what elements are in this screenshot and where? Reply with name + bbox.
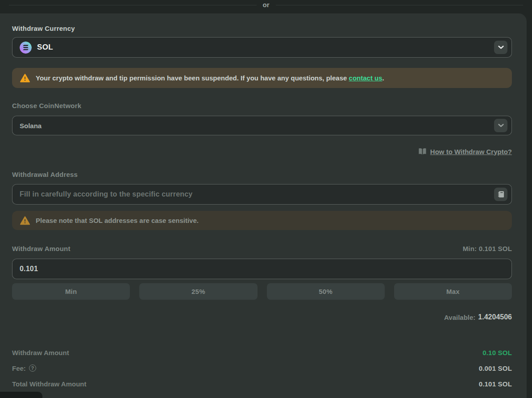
withdrawal-address-label: Withdrawal Address <box>12 171 512 178</box>
summary-row-fee: Fee: ? 0.001 SOL <box>12 364 512 372</box>
quick-amount-max-button[interactable]: Max <box>394 283 512 300</box>
address-input-wrap <box>12 184 512 205</box>
selected-network: Solana <box>20 122 42 130</box>
warning-icon <box>20 74 30 83</box>
address-book-icon <box>498 191 504 198</box>
warning-icon-dim <box>20 216 30 225</box>
withdrawal-address-input[interactable] <box>20 184 508 204</box>
choose-network-label: Choose CoinNetwork <box>12 102 512 109</box>
contact-us-link[interactable]: contact us <box>349 74 382 82</box>
withdraw-amount-label: Withdraw Amount <box>12 245 71 252</box>
quick-amount-25-button[interactable]: 25% <box>139 283 257 300</box>
quick-amount-50-button[interactable]: 50% <box>267 283 385 300</box>
book-icon <box>418 148 427 155</box>
network-select[interactable]: Solana <box>12 116 512 135</box>
suspension-notice-banner: Your crypto withdraw and tip permission … <box>12 68 512 88</box>
summary-amount-label: Withdraw Amount <box>12 349 69 356</box>
available-balance-row: Available: 1.4204506 <box>12 313 512 321</box>
selected-currency: SOL <box>37 43 53 52</box>
currency-dropdown-button[interactable] <box>494 41 507 54</box>
case-sensitive-notice-banner: Please note that SOL addresses are case … <box>12 211 512 230</box>
summary-total-value: 0.101 SOL <box>479 380 512 388</box>
divider-line-left <box>9 5 257 5</box>
summary-fee-label: Fee: ? <box>12 364 36 372</box>
withdraw-summary: Withdraw Amount 0.10 SOL Fee: ? 0.001 SO… <box>12 348 512 388</box>
available-label: Available: <box>444 314 475 321</box>
help-link-row: How to Withdraw Crypto? <box>12 147 512 155</box>
chevron-down-icon <box>498 46 504 49</box>
or-divider-text: or <box>257 1 276 9</box>
or-divider-bar: or <box>0 0 532 13</box>
solana-coin-icon <box>20 42 32 54</box>
available-value: 1.4204506 <box>478 313 512 321</box>
fee-label-text: Fee: <box>12 364 26 372</box>
divider-line-right <box>276 5 524 5</box>
withdraw-crypto-panel: Withdraw Currency SOL <box>0 13 527 398</box>
network-dropdown-button[interactable] <box>494 119 507 132</box>
amount-input-wrap <box>12 259 512 279</box>
suspension-notice-text: Your crypto withdraw and tip permission … <box>36 74 384 82</box>
suspension-text-after: . <box>382 74 384 82</box>
suspension-text-before: Your crypto withdraw and tip permission … <box>36 74 347 82</box>
summary-row-total: Total Withdraw Amount 0.101 SOL <box>12 380 512 388</box>
bottom-cutoff-element <box>0 392 42 398</box>
withdraw-amount-input[interactable] <box>20 259 508 279</box>
quick-amount-row: Min 25% 50% Max <box>12 283 512 300</box>
chevron-down-icon <box>498 124 504 127</box>
summary-fee-value: 0.001 SOL <box>479 364 512 372</box>
currency-select[interactable]: SOL <box>12 37 512 58</box>
summary-total-label: Total Withdraw Amount <box>12 380 87 388</box>
case-sensitive-notice-text: Please note that SOL addresses are case … <box>36 217 199 224</box>
how-to-withdraw-link[interactable]: How to Withdraw Crypto? <box>430 148 512 155</box>
fee-help-icon[interactable]: ? <box>29 364 36 372</box>
summary-row-amount: Withdraw Amount 0.10 SOL <box>12 348 512 356</box>
withdraw-currency-label: Withdraw Currency <box>12 25 512 32</box>
withdraw-amount-header: Withdraw Amount Min: 0.101 SOL <box>12 244 512 252</box>
summary-amount-value: 0.10 SOL <box>482 349 512 356</box>
min-amount-note: Min: 0.101 SOL <box>463 245 512 252</box>
address-book-button[interactable] <box>494 188 507 201</box>
quick-amount-min-button[interactable]: Min <box>12 283 130 300</box>
